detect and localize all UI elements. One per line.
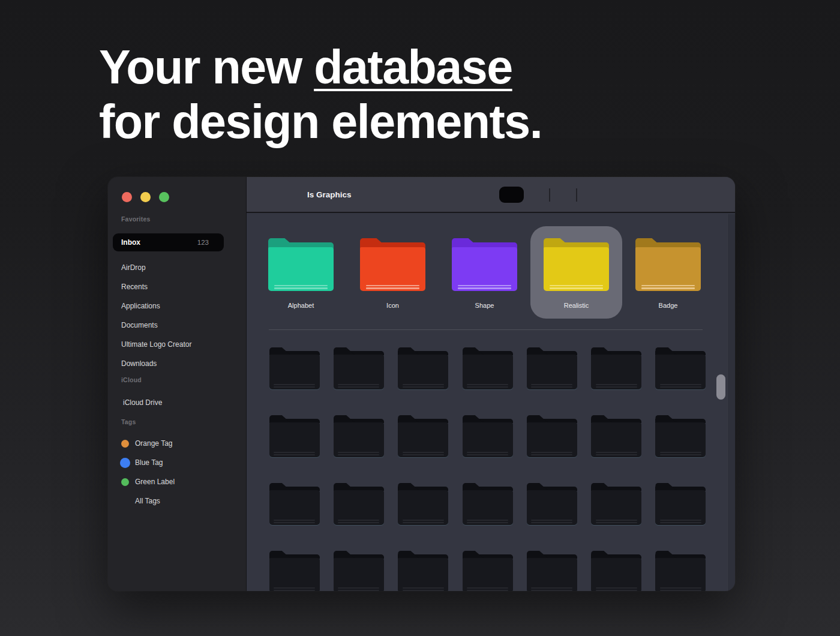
folder-item[interactable] xyxy=(391,415,455,483)
folder-icon xyxy=(269,551,320,591)
sidebar-section-tags: Tags xyxy=(121,418,136,425)
tag-label: All Tags xyxy=(135,497,160,505)
headline-line2: for design elements. xyxy=(99,95,542,148)
zoom-button[interactable] xyxy=(159,192,169,202)
folder-item[interactable] xyxy=(584,551,648,591)
orange-tag-dot-icon xyxy=(121,440,129,448)
folder-item[interactable] xyxy=(391,483,455,551)
scrollbar-thumb[interactable] xyxy=(716,374,725,400)
sidebar-item-inbox[interactable]: Inbox 123 xyxy=(113,233,224,251)
tag-label: Orange Tag xyxy=(135,439,173,448)
folder-item[interactable] xyxy=(649,551,713,591)
sidebar-item-applications[interactable]: Applications xyxy=(108,296,246,316)
folder-label: Badge xyxy=(622,302,714,309)
toolbar-separator xyxy=(576,188,577,202)
window-controls xyxy=(122,192,169,202)
sidebar-item-blue-tag[interactable]: Blue Tag xyxy=(108,453,246,472)
folder-icon xyxy=(268,238,334,291)
green-tag-dot-icon xyxy=(121,478,129,486)
folder-item[interactable] xyxy=(649,347,713,415)
sidebar-item-all-tags[interactable]: All Tags xyxy=(108,491,246,511)
folder-label: Shape xyxy=(439,302,530,309)
folder-item[interactable] xyxy=(584,415,648,483)
scrollbar-track[interactable] xyxy=(727,214,735,591)
folder-icon xyxy=(334,551,384,591)
sidebar: Favorites Inbox 123 AirDrop Recents Appl… xyxy=(108,177,246,591)
close-button[interactable] xyxy=(122,192,132,202)
folder-item[interactable] xyxy=(262,483,326,551)
folder-icon xyxy=(527,483,577,525)
folder-label: Realistic xyxy=(530,302,622,309)
folder-alphabet[interactable]: Alphabet xyxy=(255,226,347,319)
blue-tag-dot-icon xyxy=(120,458,130,468)
folder-item[interactable] xyxy=(391,551,455,591)
folder-icon xyxy=(591,347,641,389)
folder-icon xyxy=(269,483,320,525)
sidebar-section-icloud: iCloud xyxy=(121,376,142,383)
folder-icon xyxy=(544,238,609,291)
titlebar: Is Graphics xyxy=(247,177,735,213)
folder-icon xyxy=(398,415,448,457)
sidebar-section-favorites: Favorites xyxy=(121,215,151,223)
folder-item[interactable] xyxy=(326,347,391,415)
folder-icon-category[interactable]: Icon xyxy=(347,226,439,319)
folder-icon xyxy=(398,347,448,389)
folder-item[interactable] xyxy=(262,347,326,415)
folder-item[interactable] xyxy=(520,483,584,551)
folder-icon xyxy=(527,551,577,591)
folder-item[interactable] xyxy=(455,483,520,551)
folder-icon xyxy=(591,483,641,525)
folder-item[interactable] xyxy=(455,415,520,483)
folder-icon xyxy=(463,347,513,389)
minimize-button[interactable] xyxy=(140,192,151,202)
category-folder-row: Alphabet Icon Shape xyxy=(255,226,714,319)
folder-item[interactable] xyxy=(520,415,584,483)
sidebar-item-green-label[interactable]: Green Label xyxy=(108,472,246,491)
toolbar-view-button[interactable] xyxy=(499,187,524,203)
folder-item[interactable] xyxy=(520,551,584,591)
folder-item[interactable] xyxy=(649,415,713,483)
sidebar-item-ultimate-logo-creator[interactable]: Ultimate Logo Creator xyxy=(108,335,246,354)
sidebar-item-orange-tag[interactable]: Orange Tag xyxy=(108,434,246,453)
folder-icon xyxy=(635,238,701,291)
folder-item[interactable] xyxy=(455,551,520,591)
folder-icon xyxy=(527,347,577,389)
favorites-list: AirDrop Recents Applications Documents U… xyxy=(108,258,246,373)
file-browser-content: Alphabet Icon Shape xyxy=(247,214,735,591)
folder-item[interactable] xyxy=(326,551,391,591)
folder-realistic-selected[interactable]: Realistic xyxy=(530,226,622,319)
sidebar-item-icloud-drive[interactable]: iCloud Drive xyxy=(108,393,246,412)
folder-icon xyxy=(591,415,641,457)
folder-icon xyxy=(398,483,448,525)
folder-item[interactable] xyxy=(262,551,326,591)
folder-icon xyxy=(269,415,320,457)
folder-icon xyxy=(463,551,513,591)
sidebar-item-downloads[interactable]: Downloads xyxy=(108,354,246,373)
sidebar-item-recents[interactable]: Recents xyxy=(108,277,246,296)
folder-label: Alphabet xyxy=(255,302,347,309)
folder-icon xyxy=(527,415,577,457)
folder-item[interactable] xyxy=(520,347,584,415)
folder-item[interactable] xyxy=(262,415,326,483)
folder-item[interactable] xyxy=(326,483,391,551)
folder-item[interactable] xyxy=(584,483,648,551)
sidebar-item-airdrop[interactable]: AirDrop xyxy=(108,258,246,277)
finder-window: Favorites Inbox 123 AirDrop Recents Appl… xyxy=(108,177,735,591)
folder-item[interactable] xyxy=(391,347,455,415)
folder-icon xyxy=(591,551,641,591)
toolbar-separator xyxy=(549,188,550,202)
page-title: Your new database for design elements. xyxy=(99,40,542,149)
folder-badge[interactable]: Badge xyxy=(622,226,714,319)
folder-item[interactable] xyxy=(326,415,391,483)
main-panel: Is Graphics Alphabet xyxy=(246,177,735,591)
folder-item[interactable] xyxy=(455,347,520,415)
folder-item[interactable] xyxy=(584,347,648,415)
folder-shape[interactable]: Shape xyxy=(439,226,530,319)
folder-icon xyxy=(655,483,706,525)
folder-item[interactable] xyxy=(649,483,713,551)
folder-icon xyxy=(334,347,384,389)
sidebar-item-documents[interactable]: Documents xyxy=(108,316,246,335)
headline-underlined-word: database xyxy=(314,40,512,94)
folder-label: Icon xyxy=(347,302,439,309)
inbox-count-badge: 123 xyxy=(197,239,209,246)
